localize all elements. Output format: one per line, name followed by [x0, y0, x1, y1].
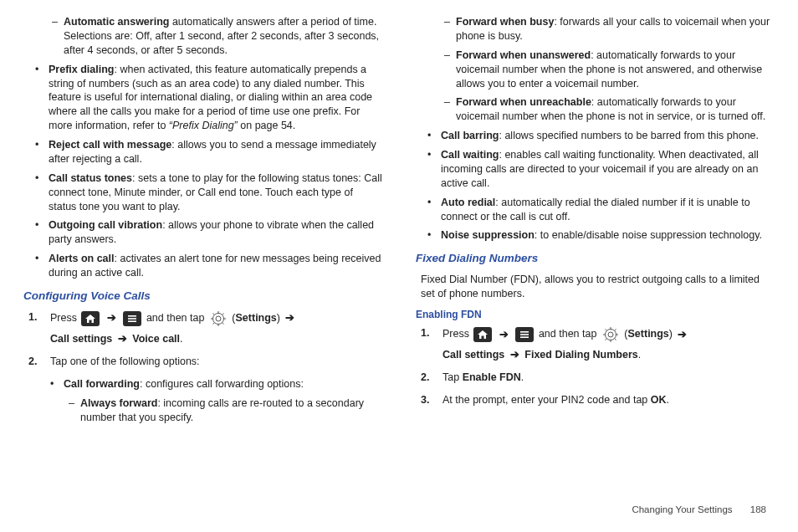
svg-rect-2	[128, 320, 136, 322]
page-footer: Changing Your Settings 188	[632, 504, 766, 517]
bullet-glyph: •	[50, 377, 64, 391]
item-bold: Call forwarding	[64, 378, 140, 390]
item-text: Forward when unanswered: automatically f…	[456, 49, 775, 91]
step-andtap: and then tap	[539, 329, 600, 340]
footer-section: Changing Your Settings	[632, 504, 732, 514]
item-bold: Automatic answering	[64, 16, 169, 28]
right-column: – Forward when busy: forwards all your c…	[399, 15, 775, 524]
step-press: Press	[442, 329, 472, 340]
dash-glyph: –	[444, 95, 456, 124]
item-text: Outgoing call vibration: allows your pho…	[49, 218, 382, 247]
bullet-glyph: •	[35, 63, 49, 133]
step-1: 1. Press ➔ and then tap (Settings) ➔ Cal…	[416, 326, 775, 362]
dash-glyph: –	[444, 15, 456, 43]
heading-enabling-fdn: Enabling FDN	[416, 308, 775, 321]
svg-line-25	[605, 339, 606, 340]
item-text: Always forward: incoming calls are re-ro…	[80, 396, 382, 425]
bullet-glyph: •	[35, 218, 49, 247]
item-bold: Always forward	[80, 397, 157, 409]
step-1: 1. Press ➔ and then tap (Settings) ➔ Cal…	[23, 310, 382, 346]
item-text: Reject call with message: allows you to …	[49, 138, 382, 166]
step2-a: Tap	[442, 371, 463, 383]
home-icon	[81, 311, 100, 326]
svg-point-4	[216, 316, 221, 321]
bullet-glyph: •	[35, 252, 49, 280]
item-bold: Forward when unanswered	[456, 49, 591, 61]
arrow-icon: ➔	[118, 333, 127, 345]
svg-rect-1	[128, 318, 136, 320]
gear-icon	[601, 326, 620, 343]
step-press: Press	[50, 312, 79, 324]
svg-rect-14	[520, 335, 529, 336]
bullet-glyph: •	[427, 196, 441, 224]
item-bold: Alerts on call	[49, 253, 115, 264]
svg-line-22	[605, 330, 606, 331]
item-bold: Noise suppression	[441, 229, 535, 241]
svg-line-24	[614, 330, 616, 331]
item-text: Call barring: allows specified numbers t…	[441, 129, 775, 143]
list-item: – Forward when unanswered: automatically…	[416, 49, 775, 91]
item-bold: Forward when unreachable	[456, 96, 591, 108]
step-andtap: and then tap	[146, 312, 207, 324]
item-rest: : allows specified numbers to be barred …	[499, 130, 759, 141]
item-rest: : to enable/disable noise suppression te…	[535, 229, 762, 241]
step-number: 2.	[28, 355, 50, 369]
item-text: Alerts on call: activates an alert tone …	[49, 252, 382, 280]
item-bold: Call waiting	[441, 149, 499, 161]
arrow-icon: ➔	[510, 349, 519, 361]
item-text: Call waiting: enables call waiting funct…	[441, 148, 775, 191]
step-number: 2.	[421, 371, 442, 385]
svg-rect-0	[128, 315, 136, 317]
voice-call-label: Voice call	[132, 333, 180, 345]
step-content: Press ➔ and then tap (Settings) ➔ Call s…	[442, 326, 775, 362]
period: .	[667, 394, 669, 406]
left-column: – Automatic answering automatically answ…	[23, 15, 399, 524]
heading-configuring-voice-calls: Configuring Voice Calls	[23, 289, 382, 304]
item-rest-b: on page 54.	[238, 120, 296, 131]
bullet-glyph: •	[35, 171, 49, 214]
svg-line-11	[222, 314, 223, 315]
item-text: Forward when unreachable: automatically …	[456, 95, 775, 124]
dash-glyph: –	[52, 15, 64, 58]
item-text: Prefix dialing: when activated, this fea…	[49, 63, 382, 133]
step-content: Press ➔ and then tap (Settings) ➔ Call s…	[50, 310, 382, 346]
list-item: – Automatic answering automatically answ…	[23, 15, 382, 58]
arrow-icon: ➔	[285, 312, 294, 324]
svg-point-17	[608, 332, 613, 337]
bullet-glyph: •	[427, 129, 441, 143]
item-bold: Call barring	[441, 130, 499, 141]
settings-label: Settings	[628, 329, 669, 340]
heading-fixed-dialing-numbers: Fixed Dialing Numbers	[416, 251, 775, 266]
list-item: • Prefix dialing: when activated, this f…	[23, 63, 382, 133]
bullet-glyph: •	[427, 148, 441, 191]
menu-icon	[123, 311, 141, 326]
step-number: 1.	[28, 310, 50, 346]
item-bold: Forward when busy	[456, 16, 554, 28]
gear-icon	[209, 310, 228, 327]
period: .	[180, 333, 182, 345]
page-root: – Automatic answering automatically answ…	[0, 0, 798, 532]
page-number: 188	[750, 504, 766, 514]
period: .	[638, 349, 641, 361]
list-item: – Forward when unreachable: automaticall…	[416, 95, 775, 124]
bullet-glyph: •	[35, 138, 49, 166]
arrow-icon: ➔	[499, 329, 509, 340]
dash-glyph: –	[69, 396, 80, 425]
list-item: • Reject call with message: allows you t…	[23, 138, 382, 166]
list-item: • Outgoing call vibration: allows your p…	[23, 218, 382, 247]
list-item: – Always forward: incoming calls are re-…	[23, 396, 382, 425]
call-settings-label: Call settings	[442, 349, 508, 361]
step-2: 2. Tap Enable FDN.	[416, 371, 775, 385]
item-text: Forward when busy: forwards all your cal…	[456, 15, 775, 43]
step-content: Tap one of the following options:	[50, 355, 382, 369]
svg-line-23	[614, 339, 616, 340]
menu-icon	[515, 327, 534, 342]
step3-a: At the prompt, enter your PIN2 code and …	[442, 394, 651, 406]
list-item: • Call waiting: enables call waiting fun…	[416, 148, 775, 191]
svg-rect-13	[520, 331, 529, 333]
step3-b: OK	[651, 394, 667, 406]
step-3: 3. At the prompt, enter your PIN2 code a…	[416, 393, 775, 407]
item-bold: Auto redial	[441, 197, 495, 208]
svg-line-12	[212, 323, 214, 325]
item-ref: “Prefix Dialing”	[169, 120, 238, 131]
